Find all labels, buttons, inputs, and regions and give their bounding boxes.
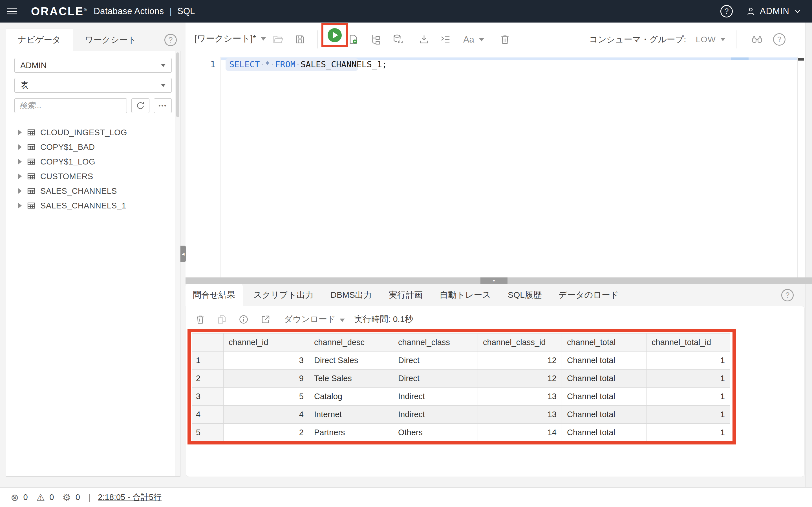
tree-item-table[interactable]: SALES_CHANNELS_1 (6, 198, 175, 213)
caret-right-icon[interactable] (18, 173, 22, 179)
tab-sql-history[interactable]: SQL履歴 (499, 284, 550, 306)
tab-worksheet[interactable]: ワークシート (73, 28, 148, 51)
row-number-cell[interactable]: 2 (192, 370, 223, 388)
user-menu[interactable]: ADMIN (737, 0, 812, 22)
grid-cell[interactable]: Channel total (562, 388, 647, 406)
object-type-select[interactable]: 表 (14, 78, 172, 93)
grid-cell[interactable]: Channel total (562, 406, 647, 424)
hamburger-menu-icon[interactable] (0, 0, 24, 22)
grid-cell[interactable]: 12 (478, 351, 562, 370)
row-number-cell[interactable]: 5 (192, 424, 223, 442)
grid-cell[interactable]: Others (393, 424, 478, 442)
column-header[interactable]: channel_id (223, 334, 309, 351)
page-scrollbar-track[interactable] (805, 22, 812, 487)
caret-right-icon[interactable] (18, 159, 22, 165)
grid-cell[interactable]: Channel total (562, 370, 647, 388)
grid-cell[interactable]: Direct Sales (309, 351, 393, 370)
tab-autotrace[interactable]: 自動トレース (431, 284, 499, 306)
font-size-menu[interactable]: Aa (463, 31, 485, 48)
grid-corner-cell[interactable] (192, 334, 223, 351)
save-button[interactable] (292, 31, 308, 48)
column-header[interactable]: channel_desc (309, 334, 393, 351)
refresh-button[interactable] (132, 98, 149, 113)
row-number-cell[interactable]: 4 (192, 406, 223, 424)
chevron-down-icon[interactable] (720, 38, 725, 41)
editor-scrollbar[interactable] (797, 57, 805, 277)
worksheet-help-button[interactable]: ? (773, 33, 785, 46)
clear-results-button[interactable] (193, 313, 207, 327)
scrollbar-thumb[interactable] (798, 58, 804, 61)
open-in-new-button[interactable] (259, 313, 273, 327)
tree-item-table[interactable]: CLOUD_INGEST_LOG (6, 125, 175, 140)
tree-item-table[interactable]: COPY$1_BAD (6, 140, 175, 154)
caret-right-icon[interactable] (18, 188, 22, 194)
tab-explain-plan[interactable]: 実行計画 (380, 284, 431, 306)
clear-worksheet-button[interactable] (497, 31, 513, 48)
sidebar-collapse-handle[interactable]: ◀ (181, 245, 186, 262)
grid-cell[interactable]: 12 (478, 370, 562, 388)
search-input[interactable] (14, 98, 127, 113)
tab-query-result[interactable]: 問合せ結果 (186, 284, 243, 306)
result-info-button[interactable] (237, 313, 251, 327)
caret-right-icon[interactable] (18, 203, 22, 209)
column-header[interactable]: channel_total_id (647, 334, 730, 351)
chevron-down-icon[interactable] (340, 319, 345, 322)
grid-cell[interactable]: 14 (478, 424, 562, 442)
execution-summary-link[interactable]: 2:18:05 - 合計5行 (98, 492, 161, 503)
grid-cell[interactable]: Tele Sales (309, 370, 393, 388)
more-options-button[interactable]: ••• (154, 98, 172, 113)
column-header[interactable]: channel_class_id (478, 334, 562, 351)
tab-dbms-output[interactable]: DBMS出力 (322, 284, 380, 306)
copy-results-button[interactable] (215, 313, 229, 327)
grid-cell[interactable]: Channel total (562, 424, 647, 442)
download-editor-button[interactable] (416, 31, 432, 48)
grid-cell[interactable]: 5 (223, 388, 309, 406)
splitter-collapse-handle[interactable]: ▼ (480, 277, 507, 284)
tab-data-loading[interactable]: データのロード (550, 284, 627, 306)
grid-cell[interactable]: Channel total (562, 351, 647, 370)
grid-cell[interactable]: 1 (647, 388, 730, 406)
grid-cell[interactable]: 4 (223, 406, 309, 424)
grid-cell[interactable]: Internet (309, 406, 393, 424)
scrollbar-thumb[interactable] (176, 52, 179, 117)
explain-plan-button[interactable] (368, 31, 384, 48)
grid-cell[interactable]: 1 (647, 424, 730, 442)
find-button[interactable] (751, 34, 763, 45)
grid-cell[interactable]: 2 (223, 424, 309, 442)
run-script-button[interactable] (345, 31, 361, 48)
download-results-button[interactable]: ダウンロード (284, 314, 336, 325)
sql-editor[interactable]: 1 SELECT·*·FROM·SALES_CHANNELS_1; (186, 57, 805, 277)
panel-splitter[interactable]: ▼ (186, 277, 812, 284)
grid-cell[interactable]: Catalog (309, 388, 393, 406)
grid-cell[interactable]: Indirect (393, 388, 478, 406)
grid-cell[interactable]: Direct (393, 351, 478, 370)
grid-cell[interactable]: 1 (647, 351, 730, 370)
column-header[interactable]: channel_class (393, 334, 478, 351)
grid-cell[interactable]: 1 (647, 406, 730, 424)
grid-cell[interactable]: 9 (223, 370, 309, 388)
grid-cell[interactable]: 13 (478, 388, 562, 406)
autotrace-button[interactable] (390, 31, 405, 48)
schema-select[interactable]: ADMIN (14, 58, 172, 73)
tree-item-table[interactable]: COPY$1_LOG (6, 154, 175, 169)
grid-cell[interactable]: 3 (223, 351, 309, 370)
format-button[interactable] (438, 31, 453, 48)
sidebar-scrollbar[interactable] (175, 51, 180, 476)
grid-cell[interactable]: Indirect (393, 406, 478, 424)
worksheet-title-menu[interactable]: [ワークシート]* (195, 33, 266, 45)
grid-cell[interactable]: Direct (393, 370, 478, 388)
grid-cell[interactable]: 1 (647, 370, 730, 388)
row-number-cell[interactable]: 1 (192, 351, 223, 370)
tab-script-output[interactable]: スクリプト出力 (245, 284, 322, 306)
row-number-cell[interactable]: 3 (192, 388, 223, 406)
grid-cell[interactable]: 13 (478, 406, 562, 424)
sidebar-help-button[interactable]: ? (164, 34, 177, 46)
sql-code-line[interactable]: SELECT·*·FROM·SALES_CHANNELS_1; (229, 58, 387, 71)
caret-right-icon[interactable] (18, 144, 22, 150)
tree-item-table[interactable]: CUSTOMERS (6, 169, 175, 184)
tree-item-table[interactable]: SALES_CHANNELS (6, 184, 175, 198)
help-button[interactable]: ? (716, 0, 737, 22)
run-statement-button[interactable] (327, 28, 342, 42)
tab-navigator[interactable]: ナビゲータ (6, 28, 73, 51)
column-header[interactable]: channel_total (562, 334, 647, 351)
